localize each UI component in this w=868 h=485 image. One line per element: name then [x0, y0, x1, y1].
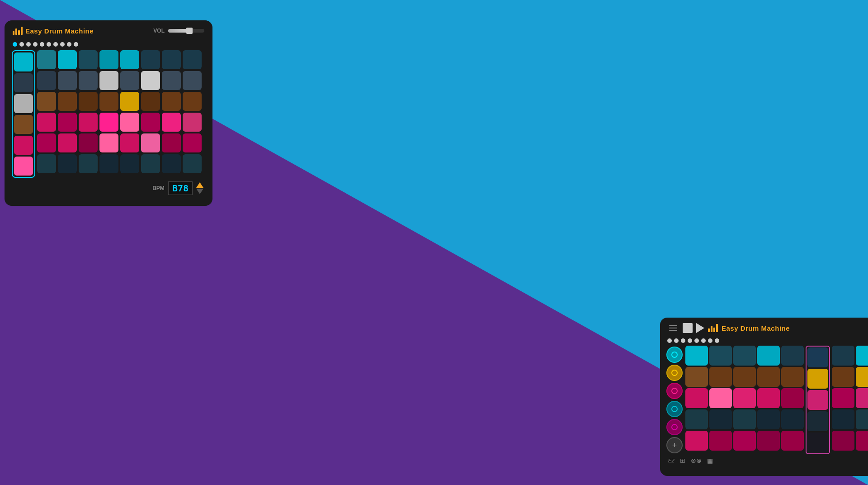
d2-step-8[interactable]	[715, 338, 719, 343]
d2-r1c4[interactable]	[757, 346, 780, 366]
step-dot-2[interactable]	[19, 42, 24, 47]
d2-h2[interactable]	[807, 369, 828, 389]
pad-r1c1[interactable]	[37, 50, 56, 69]
d2-r5c3[interactable]	[733, 431, 756, 451]
d2-r4c2[interactable]	[709, 409, 732, 429]
step-dot-5[interactable]	[40, 42, 44, 47]
d2-step-6[interactable]	[701, 338, 706, 343]
vol-slider[interactable]	[168, 29, 204, 33]
d2-r3c3[interactable]	[733, 388, 756, 408]
pad-r5c8[interactable]	[183, 133, 202, 152]
pad-r6c4[interactable]	[99, 154, 118, 173]
pad-r5c6[interactable]	[141, 133, 160, 152]
pad-r5c3[interactable]	[79, 133, 98, 152]
pad-r4c8[interactable]	[183, 113, 202, 132]
step-dot-4[interactable]	[33, 42, 38, 47]
step-dot-7[interactable]	[53, 42, 58, 47]
stop-button[interactable]	[683, 323, 693, 333]
d2-r2c4[interactable]	[757, 367, 780, 387]
step-dot-9[interactable]	[67, 42, 71, 47]
d2-e5[interactable]	[832, 388, 854, 408]
step-dot-1[interactable]	[13, 42, 17, 47]
pad-r3c3[interactable]	[79, 92, 98, 111]
d2-step-1[interactable]	[667, 338, 672, 343]
d2-e8[interactable]	[856, 409, 868, 429]
d2-r3c1[interactable]	[685, 388, 708, 408]
d2-step-2[interactable]	[674, 338, 679, 343]
d2-btn-teal[interactable]	[666, 401, 683, 417]
d2-h3[interactable]	[807, 390, 828, 410]
d2-e4[interactable]	[856, 367, 868, 387]
d2-r3c4[interactable]	[757, 388, 780, 408]
pad-r4c3[interactable]	[79, 113, 98, 132]
d2-r2c3[interactable]	[733, 367, 756, 387]
d2-r1c2[interactable]	[709, 346, 732, 366]
pad-r6c1[interactable]	[37, 154, 56, 173]
d2-r2c1[interactable]	[685, 367, 708, 387]
bpm-down-button[interactable]	[196, 189, 203, 194]
pad-r2c2[interactable]	[58, 71, 77, 90]
pad-r6c8[interactable]	[183, 154, 202, 173]
d2-r5c1[interactable]	[685, 431, 708, 451]
pad-r2c4[interactable]	[99, 71, 118, 90]
d2-e9[interactable]	[832, 431, 854, 451]
d2-r5c5[interactable]	[781, 431, 804, 451]
pad-r1c6[interactable]	[141, 50, 160, 69]
d2-r3c5[interactable]	[781, 388, 804, 408]
pad-r3c4[interactable]	[99, 92, 118, 111]
pad-r2c1[interactable]	[37, 71, 56, 90]
pad-l4[interactable]	[14, 115, 33, 134]
pad-r1c7[interactable]	[162, 50, 181, 69]
menu-button[interactable]	[667, 323, 679, 333]
pad-r6c2[interactable]	[58, 154, 77, 173]
pad-r3c5[interactable]	[120, 92, 139, 111]
d2-r1c1[interactable]	[685, 346, 708, 366]
pad-r2c7[interactable]	[162, 71, 181, 90]
pad-r4c2[interactable]	[58, 113, 77, 132]
pad-r6c5[interactable]	[120, 154, 139, 173]
d2-btn-yellow[interactable]	[666, 365, 683, 381]
pad-r5c2[interactable]	[58, 133, 77, 152]
d2-r4c4[interactable]	[757, 409, 780, 429]
pad-l2[interactable]	[14, 73, 33, 92]
step-dot-10[interactable]	[74, 42, 78, 47]
d2-r2c2[interactable]	[709, 367, 732, 387]
pad-l3[interactable]	[14, 94, 33, 113]
pad-r2c3[interactable]	[79, 71, 98, 90]
d2-r1c3[interactable]	[733, 346, 756, 366]
d2-step-3[interactable]	[681, 338, 685, 343]
pad-r6c6[interactable]	[141, 154, 160, 173]
d2-e6[interactable]	[856, 388, 868, 408]
d2-r1c5[interactable]	[781, 346, 804, 366]
pad-l6[interactable]	[14, 157, 33, 176]
pad-r1c5[interactable]	[120, 50, 139, 69]
d2-e10[interactable]	[856, 431, 868, 451]
pad-r3c2[interactable]	[58, 92, 77, 111]
pad-r1c4[interactable]	[99, 50, 118, 69]
pad-r3c8[interactable]	[183, 92, 202, 111]
pad-r4c4[interactable]	[99, 113, 118, 132]
footer-link-icon[interactable]: ⊗⊗	[691, 457, 702, 464]
pad-r3c7[interactable]	[162, 92, 181, 111]
d2-r4c1[interactable]	[685, 409, 708, 429]
d2-step-5[interactable]	[694, 338, 699, 343]
d2-r5c2[interactable]	[709, 431, 732, 451]
pad-r6c7[interactable]	[162, 154, 181, 173]
pad-r4c6[interactable]	[141, 113, 160, 132]
d2-e1[interactable]	[832, 346, 854, 366]
pad-r3c1[interactable]	[37, 92, 56, 111]
play-button[interactable]	[696, 323, 704, 333]
footer-grid-icon[interactable]: ⊞	[680, 457, 685, 464]
step-dot-8[interactable]	[60, 42, 65, 47]
pad-r4c5[interactable]	[120, 113, 139, 132]
d2-e2[interactable]	[856, 346, 868, 366]
pad-r1c2[interactable]	[58, 50, 77, 69]
footer-ez-icon[interactable]: EZ	[668, 458, 675, 463]
d2-r2c5[interactable]	[781, 367, 804, 387]
pad-l5[interactable]	[14, 136, 33, 155]
d2-r3c2[interactable]	[709, 388, 732, 408]
pad-r5c5[interactable]	[120, 133, 139, 152]
d2-r5c4[interactable]	[757, 431, 780, 451]
pad-r4c1[interactable]	[37, 113, 56, 132]
pad-r3c6[interactable]	[141, 92, 160, 111]
